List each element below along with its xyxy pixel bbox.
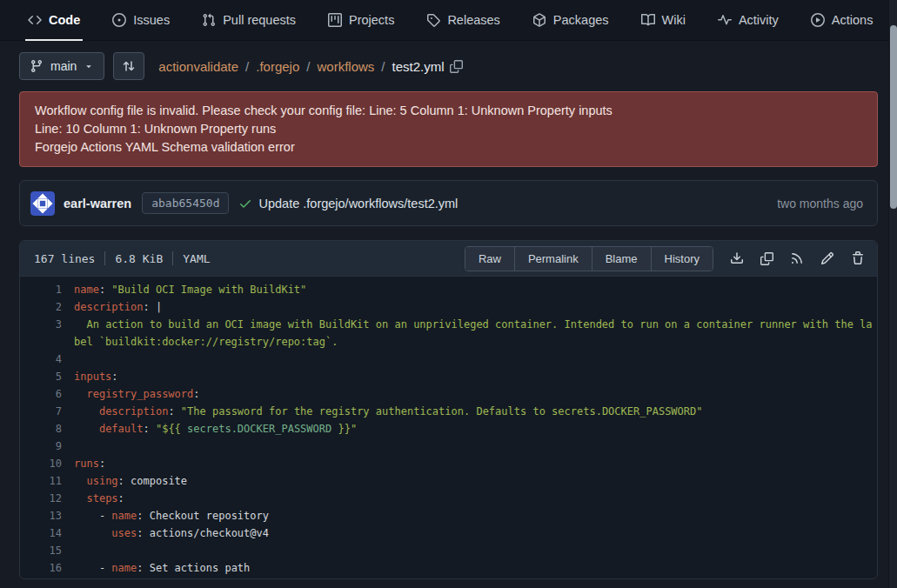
breadcrumb-link[interactable]: actionvalidate <box>158 59 238 74</box>
code-token: : <box>111 371 117 383</box>
code-token: "${{ <box>156 423 187 435</box>
scrollbar-thumb[interactable] <box>890 25 897 209</box>
code-token: : <box>193 388 199 400</box>
tab-label: Issues <box>133 13 170 27</box>
code-token: steps <box>86 492 117 504</box>
code-line: 14 uses: actions/checkout@v4 <box>20 525 877 542</box>
code-line: 16 - name: Set actions path <box>20 559 877 577</box>
code-text: shell: bash <box>74 577 877 579</box>
line-number[interactable]: 9 <box>20 438 74 455</box>
permalink-button[interactable]: Permalink <box>514 247 592 271</box>
error-line: Workflow config file is invalid. Please … <box>35 102 862 120</box>
code-line: 6 registry_password: <box>20 385 877 403</box>
rss-button[interactable] <box>790 251 804 265</box>
breadcrumb-link[interactable]: .forgejo <box>256 59 299 74</box>
tab-pull-requests[interactable]: Pull requests <box>202 0 296 41</box>
file-language: YAML <box>183 252 210 265</box>
code-token <box>74 405 99 418</box>
file-view-buttons: RawPermalinkBlameHistory <box>465 246 713 271</box>
line-number[interactable]: 16 <box>20 559 74 577</box>
blame-button[interactable]: Blame <box>592 247 651 271</box>
tab-activity[interactable]: Activity <box>718 0 779 41</box>
line-number[interactable]: 1 <box>20 281 74 298</box>
line-number[interactable]: 15 <box>20 542 74 559</box>
code-line: 11 using: composite <box>20 472 877 490</box>
raw-button[interactable]: Raw <box>465 247 514 271</box>
code-text: - name: Set actions path <box>74 559 877 577</box>
code-line: 15 <box>20 542 877 559</box>
file-view-box: 167 lines 6.8 KiB YAML RawPermalinkBlame… <box>19 240 878 579</box>
line-number[interactable]: 17 <box>20 577 74 579</box>
code-token: uses <box>111 527 137 539</box>
line-number[interactable]: 4 <box>20 351 74 368</box>
trash-button[interactable] <box>851 251 865 265</box>
code-line: 13 - name: Checkout repository <box>20 507 877 525</box>
code-token: - <box>74 562 111 574</box>
file-size: 6.8 KiB <box>115 252 163 265</box>
tab-code[interactable]: Code <box>28 0 80 41</box>
tab-projects[interactable]: Projects <box>328 0 394 41</box>
copy-icon <box>760 252 773 265</box>
code-line: 7 description: "The password for the reg… <box>20 403 877 420</box>
tab-releases[interactable]: Releases <box>426 0 499 41</box>
line-number[interactable]: 14 <box>20 525 74 542</box>
download-button[interactable] <box>730 251 744 265</box>
line-number[interactable]: 8 <box>20 420 74 438</box>
commit-status-check-icon[interactable] <box>238 197 252 210</box>
breadcrumb-link[interactable]: workflows <box>317 59 374 74</box>
compare-button[interactable] <box>113 52 144 80</box>
play-icon <box>811 13 825 27</box>
pencil-button[interactable] <box>820 251 834 265</box>
line-number[interactable]: 5 <box>20 368 74 385</box>
code-token: description <box>99 405 168 418</box>
trash-icon <box>851 251 865 265</box>
code-text <box>74 438 877 455</box>
commit-time: two months ago <box>777 197 863 210</box>
copy-path-button[interactable] <box>450 60 463 73</box>
code-text: uses: actions/checkout@v4 <box>74 525 877 542</box>
file-line-count: 167 lines <box>34 252 95 265</box>
line-number[interactable]: 12 <box>20 490 74 507</box>
tab-label: Projects <box>349 13 394 27</box>
branch-name: main <box>50 59 77 73</box>
line-number[interactable]: 2 <box>20 298 74 316</box>
code-text: steps: <box>74 490 877 507</box>
download-icon <box>730 251 744 265</box>
page-scrollbar[interactable] <box>888 0 897 588</box>
code-text: - name: Checkout repository <box>74 507 877 525</box>
commit-sha-button[interactable]: abab65450d <box>142 192 229 214</box>
line-number[interactable]: 13 <box>20 507 74 525</box>
code-token: default <box>99 423 144 435</box>
code-token: name <box>74 284 99 296</box>
code-token: "The password for the registry authentic… <box>181 405 703 418</box>
code-token: actions/checkout@v4 <box>150 527 269 539</box>
tab-label: Wiki <box>662 13 686 27</box>
tab-issues[interactable]: Issues <box>112 0 170 41</box>
tab-packages[interactable]: Packages <box>532 0 609 41</box>
code-token: }}" <box>331 423 357 435</box>
history-button[interactable]: History <box>651 247 713 271</box>
code-token <box>74 388 86 400</box>
branch-selector[interactable]: main <box>19 52 104 80</box>
tab-actions[interactable]: Actions <box>811 0 874 41</box>
commit-author[interactable]: earl-warren <box>64 197 131 210</box>
commit-message[interactable]: Update .forgejo/workflows/test2.yml <box>258 197 458 210</box>
copy-button[interactable] <box>760 252 773 265</box>
tab-wiki[interactable]: Wiki <box>641 0 686 41</box>
code-token: : <box>143 423 155 435</box>
latest-commit-box: earl-warren abab65450d Update .forgejo/w… <box>19 180 878 226</box>
code-token: using <box>86 475 117 487</box>
line-number[interactable]: 7 <box>20 403 74 420</box>
line-number[interactable]: 11 <box>20 472 74 490</box>
file-header: 167 lines 6.8 KiB YAML RawPermalinkBlame… <box>20 241 877 277</box>
avatar[interactable] <box>30 191 55 216</box>
line-number[interactable]: 3 <box>20 316 74 351</box>
code-token: : <box>99 284 111 296</box>
code-token: : <box>118 492 124 504</box>
line-number[interactable]: 6 <box>20 385 74 403</box>
code-line: 3 An action to build an OCI image with B… <box>20 316 877 351</box>
line-number[interactable]: 10 <box>20 455 74 472</box>
code-token <box>74 492 86 504</box>
code-token: "Build OCI Image with BuildKit" <box>111 284 306 296</box>
tab-label: Code <box>49 13 80 27</box>
